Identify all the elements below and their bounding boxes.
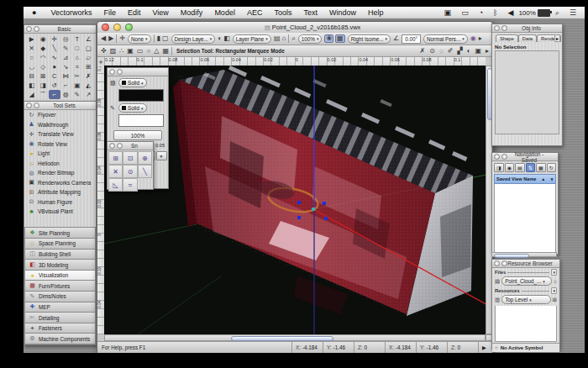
tool-icon[interactable]: ↘: [60, 62, 72, 71]
tool-icon[interactable]: ▶: [26, 34, 38, 44]
resource-browser-titlebar[interactable]: Resource Browser: [492, 260, 559, 268]
tool-set-item[interactable]: ♣ VBvisual Plant: [24, 207, 96, 217]
collapse-icon[interactable]: [501, 260, 507, 266]
tool-icon[interactable]: ◆: [38, 44, 50, 53]
close-icon[interactable]: [109, 69, 115, 75]
tool-icon[interactable]: ⌒: [38, 90, 50, 99]
forward-button[interactable]: ▶: [108, 35, 113, 42]
category-button[interactable]: ◧ 3D Modeling: [24, 259, 96, 270]
tool-icon[interactable]: ⊿: [60, 53, 72, 62]
tool-icon[interactable]: ✛: [49, 34, 60, 44]
category-button[interactable]: ● Visualization: [24, 270, 96, 281]
menu-item[interactable]: View: [147, 8, 175, 17]
mode-icon[interactable]: ▭: [137, 48, 144, 55]
navigation-mode-icon[interactable]: ◉: [505, 163, 515, 172]
snap-mode-icon[interactable]: ✕: [108, 165, 123, 178]
navigation-mode-icon[interactable]: ▦: [536, 163, 546, 172]
navigation-mode-icon[interactable]: ⇅: [526, 163, 536, 172]
tool-icon[interactable]: ▣: [71, 81, 83, 90]
tool-icon[interactable]: ⋈: [60, 71, 72, 81]
view-dropdown[interactable]: Right Isome...: [348, 34, 391, 44]
tool-set-item[interactable]: ✛ Translate View: [24, 129, 96, 139]
menu-item[interactable]: Tools: [268, 8, 297, 17]
tool-icon[interactable]: ◉: [38, 34, 50, 44]
tool-icon[interactable]: ↺: [49, 81, 60, 90]
zoom-button[interactable]: [125, 24, 133, 31]
scrollbar-thumb[interactable]: [494, 254, 529, 258]
tool-icon[interactable]: ◢: [26, 90, 38, 99]
status-icon[interactable]: ᛒ: [488, 8, 502, 17]
snap-mode-icon[interactable]: ⊞: [108, 151, 123, 165]
tool-set-item[interactable]: ♟ Walkthrough: [24, 120, 96, 130]
tool-icon[interactable]: ✎: [60, 44, 72, 53]
render-mode-icon[interactable]: ◉: [470, 35, 476, 42]
tool-set-item[interactable]: ☼ Heliodon: [24, 159, 96, 169]
pen-color-swatch[interactable]: [118, 114, 164, 127]
tab-overflow-button[interactable]: ▸: [554, 34, 560, 42]
mode-icon[interactable]: ◌: [439, 48, 444, 55]
tool-icon[interactable]: ◧: [26, 81, 38, 90]
home-icon[interactable]: ⌂: [554, 278, 557, 284]
section-menu-icon[interactable]: ▾: [551, 287, 557, 294]
snap-mode-icon[interactable]: ⊙: [123, 165, 137, 178]
folder-up-icon[interactable]: ⊞: [553, 297, 557, 303]
back-button[interactable]: ◀: [101, 35, 106, 42]
menu-item[interactable]: Edit: [122, 8, 147, 17]
mode-icon[interactable]: ▨: [110, 48, 117, 55]
mode-icon[interactable]: ▞: [457, 48, 462, 55]
category-button[interactable]: ◫ Building Shell: [24, 249, 96, 260]
tool-icon[interactable]: ⊟: [26, 71, 38, 81]
mode-icon[interactable]: ✐: [448, 48, 454, 55]
tool-icon[interactable]: ◠: [38, 53, 50, 62]
mode-icon[interactable]: ○: [146, 48, 150, 55]
collapse-icon[interactable]: [501, 25, 507, 31]
fill-style-dropdown[interactable]: Solid: [118, 78, 147, 87]
panel-scroll-strip[interactable]: [491, 252, 557, 257]
tool-icon[interactable]: T: [71, 34, 83, 44]
tool-icon[interactable]: ✎: [71, 90, 83, 99]
rotation-angle-field[interactable]: 0.00°: [402, 34, 421, 44]
resources-list[interactable]: [495, 306, 557, 342]
menu-item[interactable]: Modify: [175, 8, 209, 17]
menu-item[interactable]: Help: [362, 8, 390, 17]
close-icon[interactable]: [109, 143, 115, 149]
toolbar-icon[interactable]: ▮: [157, 35, 160, 42]
objinfo-tab[interactable]: Shape: [496, 34, 518, 42]
category-button[interactable]: ▦ Furn/Fixtures: [24, 280, 96, 291]
status-icon[interactable]: ◀: [502, 8, 518, 17]
tool-icon[interactable]: ⊞: [83, 62, 95, 71]
layer-plane-dropdown[interactable]: Layer Plane: [233, 34, 271, 44]
close-button[interactable]: [102, 24, 109, 31]
close-icon[interactable]: [494, 154, 500, 160]
tool-icon[interactable]: ○: [26, 53, 38, 62]
pen-style-dropdown[interactable]: Solid: [118, 103, 147, 113]
tool-icon[interactable]: ▢: [83, 44, 95, 53]
collapse-icon[interactable]: [117, 143, 123, 149]
navigation-mode-icon[interactable]: ◨: [494, 163, 504, 172]
mode-icon[interactable]: ▣: [127, 48, 134, 55]
category-button[interactable]: ✂ Detailing: [24, 312, 96, 323]
tool-set-item[interactable]: ⊞ Attribute Mapping: [24, 187, 96, 197]
tool-set-item[interactable]: ⊙ Human Figure: [24, 197, 96, 208]
horizontal-scrollbar[interactable]: [104, 334, 486, 341]
menu-item[interactable]: Window: [323, 8, 362, 17]
toolbar-icon[interactable]: ◐: [218, 35, 222, 42]
tool-icon[interactable]: ◇: [38, 62, 50, 71]
collapse-icon[interactable]: [117, 69, 123, 75]
window-titlebar[interactable]: ▤ Point_Cloud_2_v2016b185.vwx: [97, 22, 492, 34]
attributes-titlebar[interactable]: [108, 68, 168, 76]
tool-set-item[interactable]: ▣ Renderworks Camera: [24, 178, 96, 188]
mode-icon[interactable]: ✗: [420, 48, 426, 55]
category-button[interactable]: ✎ Dims/Notes: [24, 291, 96, 302]
tool-icon[interactable]: ∿: [49, 53, 60, 62]
tool-icon[interactable]: ●: [49, 62, 60, 71]
tool-mode-icon[interactable]: ✛: [119, 35, 125, 42]
menu-item[interactable]: File: [97, 8, 122, 17]
arrow-style-button[interactable]: ▾: [156, 151, 167, 160]
snap-mode-icon[interactable]: ≈: [123, 178, 137, 192]
tool-sets-titlebar[interactable]: Tool Sets: [24, 102, 96, 110]
saved-views-header[interactable]: Saved View Name ▲ ∨: [494, 174, 556, 184]
collapse-icon[interactable]: [34, 103, 39, 108]
snap-mode-icon[interactable]: ◺: [108, 178, 123, 192]
tool-icon[interactable]: ▱: [83, 53, 95, 62]
